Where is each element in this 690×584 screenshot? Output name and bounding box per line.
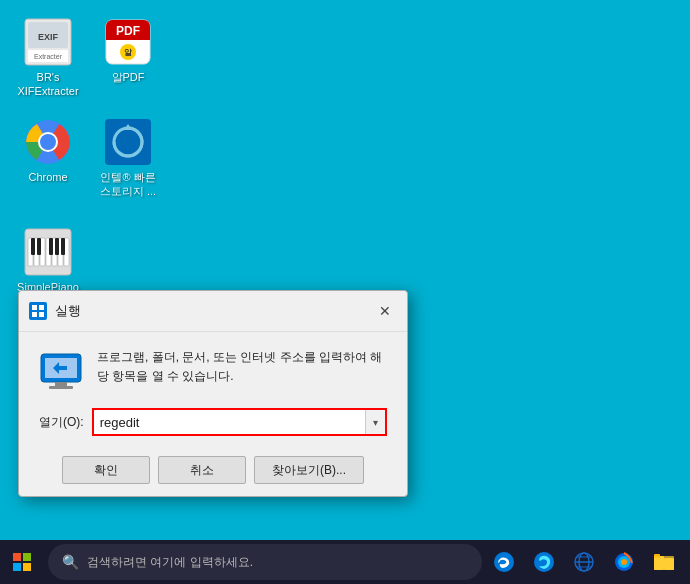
icon-alpdf[interactable]: PDF 알 알PDF — [88, 10, 168, 92]
start-button[interactable] — [0, 540, 44, 584]
taskbar-system-icons — [486, 544, 690, 580]
dialog-title: 실행 — [55, 302, 81, 320]
dropdown-button[interactable]: ▾ — [365, 410, 385, 434]
taskbar-ie-icon[interactable] — [566, 544, 602, 580]
run-dialog: 실행 ✕ 프로그램, 폴더, 문서, 또는 인터넷 주소를 — [18, 290, 408, 497]
open-input[interactable] — [94, 411, 365, 434]
svg-rect-26 — [37, 238, 41, 255]
svg-rect-33 — [39, 312, 44, 317]
input-label: 열기(O): — [39, 414, 84, 431]
svg-rect-29 — [61, 238, 65, 255]
close-button[interactable]: ✕ — [373, 299, 397, 323]
svg-rect-30 — [32, 305, 37, 310]
taskbar-edge-icon[interactable] — [526, 544, 562, 580]
cancel-button[interactable]: 취소 — [158, 456, 246, 484]
taskbar-firefox-icon[interactable] — [606, 544, 642, 580]
svg-rect-42 — [23, 563, 31, 571]
svg-text:PDF: PDF — [116, 24, 140, 38]
svg-point-13 — [40, 134, 56, 150]
svg-text:알: 알 — [124, 48, 133, 57]
icon-chrome[interactable]: Chrome — [8, 110, 88, 192]
svg-rect-31 — [39, 305, 44, 310]
icon-brs-xifextracter[interactable]: EXIF Extracter BR'sXIFExtracter — [8, 10, 88, 107]
svg-point-43 — [494, 552, 514, 572]
dialog-titlebar: 실행 ✕ — [19, 291, 407, 332]
svg-rect-39 — [13, 553, 21, 561]
run-icon — [39, 348, 83, 392]
svg-rect-40 — [23, 553, 31, 561]
svg-rect-37 — [49, 386, 73, 389]
svg-rect-28 — [55, 238, 59, 255]
taskbar-browser1-icon[interactable] — [486, 544, 522, 580]
taskbar-file-explorer-icon[interactable] — [646, 544, 682, 580]
svg-rect-32 — [32, 312, 37, 317]
svg-rect-56 — [654, 556, 674, 570]
dialog-description: 프로그램, 폴더, 문서, 또는 인터넷 주소를 입력하여 해당 항목을 열 수… — [97, 348, 387, 386]
svg-rect-41 — [13, 563, 21, 571]
dialog-body: 프로그램, 폴더, 문서, 또는 인터넷 주소를 입력하여 해당 항목을 열 수… — [19, 332, 407, 496]
dialog-buttons: 확인 취소 찾아보기(B)... — [39, 452, 387, 484]
search-icon: 🔍 — [62, 554, 79, 570]
input-wrapper[interactable]: ▾ — [92, 408, 387, 436]
icon-intel-rapid-storage[interactable]: 인텔® 빠른스토리지 ... — [88, 110, 168, 207]
svg-point-52 — [621, 559, 627, 565]
ok-button[interactable]: 확인 — [62, 456, 150, 484]
desktop: EXIF Extracter BR'sXIFExtracter PDF — [0, 0, 690, 540]
taskbar: 🔍 검색하려면 여기에 입력하세요. — [0, 540, 690, 584]
search-placeholder: 검색하려면 여기에 입력하세요. — [87, 554, 253, 571]
dialog-title-icon — [29, 302, 47, 320]
svg-text:EXIF: EXIF — [38, 32, 59, 42]
taskbar-search[interactable]: 🔍 검색하려면 여기에 입력하세요. — [48, 544, 482, 580]
svg-rect-36 — [55, 382, 67, 386]
svg-rect-25 — [31, 238, 35, 255]
svg-text:Extracter: Extracter — [34, 53, 63, 60]
browse-button[interactable]: 찾아보기(B)... — [254, 456, 364, 484]
svg-rect-27 — [49, 238, 53, 255]
